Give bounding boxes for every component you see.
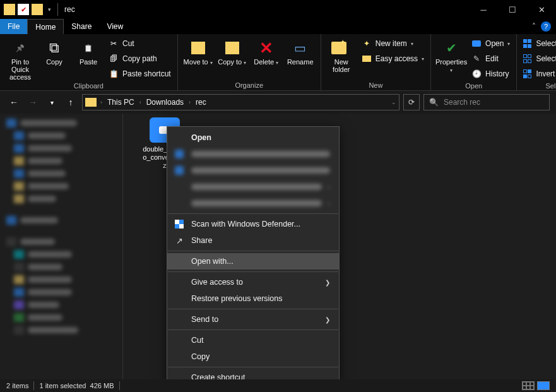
rename-button[interactable]: Rename <box>284 37 317 66</box>
address-bar[interactable]: › This PC › Downloads › rec ⌄ <box>82 94 399 110</box>
ctx-restore-versions[interactable]: Restore previous versions <box>167 290 339 307</box>
help-icon[interactable]: ? <box>541 21 551 32</box>
tab-view[interactable]: View <box>99 19 131 34</box>
move-to-button[interactable]: Move to ▾ <box>182 37 215 66</box>
title-bar: ✔ ▾ rec ─ ☐ ✕ <box>0 0 556 19</box>
group-label-organize: Organize <box>182 80 317 89</box>
breadcrumb-rec[interactable]: rec <box>193 98 209 107</box>
qat-folder-icon[interactable] <box>4 4 15 15</box>
select-all-button[interactable]: Select all <box>521 37 556 50</box>
close-button[interactable]: ✕ <box>527 0 556 19</box>
address-history-icon[interactable]: ⌄ <box>391 99 396 105</box>
ctx-give-access[interactable]: Give access to❯ <box>167 274 339 290</box>
maximize-button[interactable]: ☐ <box>498 0 527 19</box>
edit-button[interactable]: Edit <box>469 52 512 66</box>
new-item-button[interactable]: New item ▾ <box>359 37 427 50</box>
search-box[interactable]: Search rec <box>423 94 550 110</box>
context-menu: Open › › Scan with Windows Defender... S… <box>167 126 340 392</box>
view-large-icons-button[interactable] <box>537 381 550 390</box>
qat-customize-icon[interactable]: ▾ <box>45 6 54 13</box>
ctx-app1[interactable] <box>167 146 339 162</box>
ctx-scan-defender[interactable]: Scan with Windows Defender... <box>167 216 339 232</box>
window-title: rec <box>62 5 75 14</box>
ctx-open-with[interactable]: Open with... <box>167 253 339 270</box>
delete-button[interactable]: ✕Delete ▾ <box>250 37 283 66</box>
qat-properties-icon[interactable]: ✔ <box>18 4 29 15</box>
ribbon-tabs: File Home Share View ˄ ? <box>0 19 556 34</box>
ctx-app4[interactable]: › <box>167 195 339 211</box>
view-details-button[interactable] <box>522 381 535 390</box>
navigation-tree[interactable] <box>0 114 123 379</box>
search-icon <box>429 98 439 107</box>
ctx-copy[interactable]: Copy <box>167 348 339 365</box>
ctx-send-to[interactable]: Send to❯ <box>167 311 339 328</box>
pin-quick-access-button[interactable]: Pin to Quick access <box>4 37 37 81</box>
tab-file[interactable]: File <box>0 19 27 34</box>
ctx-app3[interactable]: › <box>167 179 339 195</box>
navigation-bar: ← → ▾ ↑ › This PC › Downloads › rec ⌄ ⟳ … <box>0 91 556 114</box>
status-selected: 1 item selected 426 MB <box>39 382 114 389</box>
status-bar: 2 items 1 item selected 426 MB <box>0 379 556 392</box>
breadcrumb-this-pc[interactable]: This PC <box>105 98 137 107</box>
ribbon-collapse-icon[interactable]: ˄ <box>532 22 536 31</box>
copy-path-button[interactable]: Copy path <box>106 52 174 66</box>
cut-button[interactable]: Cut <box>106 37 174 50</box>
back-button[interactable]: ← <box>6 97 21 107</box>
shield-icon <box>175 220 184 229</box>
paste-shortcut-button[interactable]: Paste shortcut <box>106 67 174 81</box>
history-button[interactable]: History <box>469 67 512 81</box>
easy-access-button[interactable]: Easy access ▾ <box>359 52 427 66</box>
ctx-app2[interactable] <box>167 162 339 179</box>
up-button[interactable]: ↑ <box>63 97 78 107</box>
share-icon <box>174 236 185 246</box>
tab-share[interactable]: Share <box>64 19 99 34</box>
copy-button[interactable]: Copy <box>38 37 71 66</box>
paste-button[interactable]: Paste <box>72 37 105 66</box>
minimize-button[interactable]: ─ <box>469 0 498 19</box>
recent-locations-button[interactable]: ▾ <box>44 99 59 106</box>
search-placeholder: Search rec <box>444 98 480 107</box>
ribbon: Pin to Quick access Copy Paste Cut Copy … <box>0 34 556 91</box>
group-label-clipboard: Clipboard <box>4 81 174 90</box>
new-folder-button[interactable]: New folder <box>325 37 358 73</box>
open-button[interactable]: Open ▾ <box>469 37 512 50</box>
select-none-button[interactable]: Select none <box>521 52 556 66</box>
ctx-share[interactable]: Share <box>167 232 339 249</box>
ctx-cut[interactable]: Cut <box>167 332 339 348</box>
ctx-open[interactable]: Open <box>167 129 339 146</box>
tab-home[interactable]: Home <box>27 19 64 34</box>
breadcrumb-downloads[interactable]: Downloads <box>144 98 186 107</box>
invert-selection-button[interactable]: Invert selection <box>521 67 556 81</box>
properties-button[interactable]: Properties ▾ <box>435 37 468 73</box>
status-item-count: 2 items <box>6 382 28 389</box>
group-label-select: Select <box>521 81 556 90</box>
folder-icon <box>85 98 97 107</box>
group-label-open: Open <box>435 81 512 90</box>
copy-to-button[interactable]: Copy to ▾ <box>216 37 249 66</box>
forward-button[interactable]: → <box>25 97 40 107</box>
qat-newfolder-icon[interactable] <box>32 4 43 15</box>
refresh-button[interactable]: ⟳ <box>403 94 420 110</box>
group-label-new: New <box>325 80 427 89</box>
